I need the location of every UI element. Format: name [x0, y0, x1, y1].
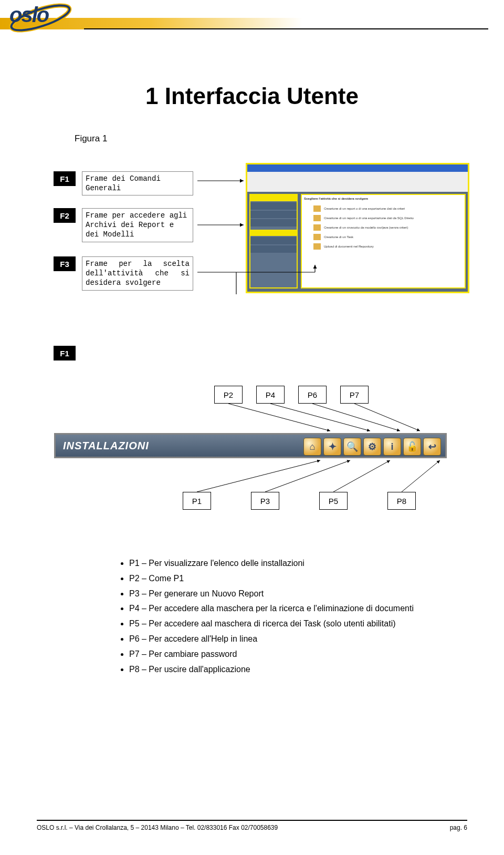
footer-left: OSLO s.r.l. – Via dei Crollalanza, 5 – 2…	[37, 824, 278, 831]
p-label-p8: P8	[387, 492, 416, 510]
p-label-p7: P7	[340, 386, 369, 404]
svg-line-13	[333, 460, 390, 492]
p-label-p3: P3	[251, 492, 279, 510]
frame-tag-f3: F3	[54, 256, 76, 271]
main-panel-region: Scegliere l'attività che si desidera svo…	[301, 194, 466, 289]
logo: oslo	[9, 3, 48, 27]
generate-icon[interactable]: ✦	[323, 438, 341, 456]
gear-icon[interactable]: ⚙	[363, 438, 381, 456]
svg-line-10	[354, 404, 420, 431]
page-header: oslo	[0, 0, 504, 43]
legend-item: P6 – Per accedere all'Help in linea	[129, 633, 441, 646]
frame-tag-f1-repeat: F1	[54, 346, 76, 360]
exit-icon[interactable]: ↩	[423, 438, 441, 456]
install-label: INSTALLAZIONI	[63, 440, 149, 452]
legend-item: P4 – Per accedere alla maschera per la r…	[129, 602, 441, 615]
legend-item: P3 – Per generare un Nuovo Report	[129, 588, 441, 601]
svg-line-8	[270, 404, 370, 431]
p-label-p4: P4	[256, 386, 285, 404]
frame-desc-f2: Frame per accedere agli Archivi dei Repo…	[82, 208, 193, 242]
toolbar-icons: ⌂ ✦ 🔍 ⚙ i 🔓 ↩	[303, 438, 441, 456]
frame-tag-f2: F2	[54, 208, 76, 223]
svg-line-7	[228, 404, 330, 431]
header-rule	[84, 28, 488, 29]
p-label-p5: P5	[319, 492, 348, 510]
legend-list: P1 – Per visualizzare l'elenco delle ins…	[116, 557, 441, 678]
svg-line-12	[265, 460, 350, 492]
svg-line-9	[312, 404, 400, 431]
header-stripe	[0, 18, 504, 29]
legend-item: P7 – Per cambiare password	[129, 648, 441, 661]
app-screenshot: Scegliere l'attività che si desidera svo…	[246, 163, 469, 293]
legend-item: P2 – Come P1	[129, 572, 441, 585]
frame-tag-f1: F1	[54, 171, 76, 186]
activity-row: Creazione di un Task	[324, 235, 353, 239]
svg-line-14	[402, 460, 440, 492]
legend-item: P1 – Per visualizzare l'elenco delle ins…	[129, 557, 441, 570]
legend-item: P5 – Per accedere aal maschera di ricerc…	[129, 617, 441, 631]
logo-text: oslo	[9, 3, 48, 26]
activity-header: Scegliere l'attività che si desidera svo…	[304, 197, 368, 200]
activity-row: Creazione di un report o di una esportaz…	[324, 207, 405, 210]
activity-row: Upload di documenti nel Repository	[324, 245, 374, 248]
home-icon[interactable]: ⌂	[303, 438, 321, 456]
figure-caption: Figura 1	[75, 133, 107, 144]
frame-desc-f3: Frame per la scelta dell'attività che si…	[82, 256, 193, 291]
page-title: 1 Interfaccia Utente	[0, 83, 504, 109]
p-label-p6: P6	[298, 386, 327, 404]
footer-right: pag. 6	[450, 824, 467, 831]
titlebar-region	[247, 164, 468, 172]
connector-arrows-bottom	[0, 368, 504, 552]
info-icon[interactable]: i	[383, 438, 401, 456]
lock-icon[interactable]: 🔓	[403, 438, 421, 456]
activity-row: Creazione di un cruscotto da modello csv…	[324, 226, 408, 229]
svg-line-11	[197, 460, 320, 492]
p-label-p1: P1	[183, 492, 211, 510]
install-toolbar: INSTALLAZIONI ⌂ ✦ 🔍 ⚙ i 🔓 ↩	[54, 433, 447, 458]
side-panel-region	[249, 194, 298, 289]
frame-desc-f1: Frame dei Comandi Generali	[82, 171, 193, 195]
toolbar-region	[247, 172, 468, 192]
search-icon[interactable]: 🔍	[343, 438, 361, 456]
activity-row: Creazione di un report o di una esportaz…	[324, 217, 414, 220]
p-label-p2: P2	[214, 386, 243, 404]
page-footer: OSLO s.r.l. – Via dei Crollalanza, 5 – 2…	[37, 820, 467, 831]
legend-item: P8 – Per uscire dall'applicazione	[129, 663, 441, 676]
